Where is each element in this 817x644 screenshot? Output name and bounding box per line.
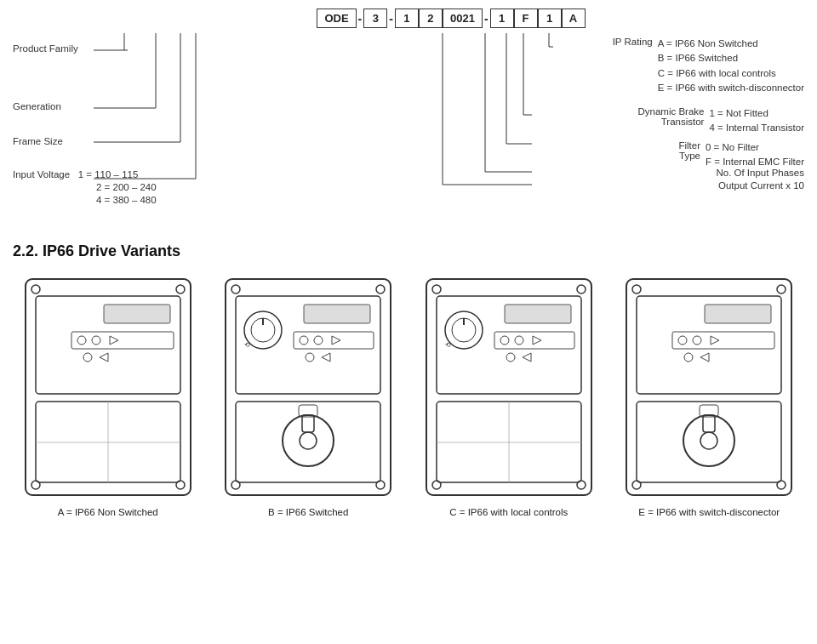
code-a: A bbox=[562, 9, 586, 28]
ip-rating-title: IP Rating bbox=[602, 37, 653, 47]
svg-point-21 bbox=[176, 285, 185, 294]
code-1: 1 bbox=[395, 9, 419, 28]
variant-e: E = IP66 with switch-disconector bbox=[614, 272, 805, 517]
input-phases-label: No. Of Input Phases bbox=[716, 168, 804, 178]
svg-point-28 bbox=[92, 336, 100, 345]
svg-point-53 bbox=[283, 415, 334, 466]
variant-e-drawing bbox=[620, 272, 798, 502]
variants-grid: A = IP66 Non Switched ⟲ bbox=[13, 272, 804, 517]
code-1b: 1 bbox=[490, 9, 514, 28]
svg-point-91 bbox=[683, 415, 734, 466]
svg-point-47 bbox=[300, 336, 308, 345]
svg-marker-89 bbox=[700, 353, 709, 362]
svg-point-58 bbox=[432, 285, 441, 294]
ip-rating-values: A = IP66 Non Switched B = IP66 Switched … bbox=[658, 37, 804, 95]
input-voltage-4-label: 4 = 380 – 480 bbox=[96, 195, 157, 205]
svg-point-59 bbox=[577, 285, 586, 294]
variant-a-label: A = IP66 Non Switched bbox=[58, 507, 158, 517]
svg-point-70 bbox=[515, 336, 523, 345]
svg-marker-51 bbox=[322, 353, 330, 362]
svg-point-27 bbox=[77, 336, 86, 345]
filter-type-title: FilterType bbox=[649, 140, 700, 161]
svg-point-48 bbox=[314, 336, 323, 345]
svg-rect-90 bbox=[637, 402, 781, 482]
variant-b-label: B = IP66 Switched bbox=[268, 507, 348, 517]
variant-e-label: E = IP66 with switch-disconector bbox=[638, 507, 780, 517]
svg-point-20 bbox=[31, 285, 40, 294]
svg-point-50 bbox=[306, 353, 314, 362]
svg-point-37 bbox=[376, 285, 385, 294]
svg-point-30 bbox=[83, 353, 92, 362]
svg-marker-87 bbox=[711, 336, 719, 345]
frame-size-label: Frame Size bbox=[13, 136, 63, 146]
code-ode: ODE bbox=[317, 9, 356, 28]
variant-b-drawing: ⟲ bbox=[219, 272, 397, 502]
variant-a-drawing bbox=[19, 272, 197, 502]
product-family-label: Product Family bbox=[13, 43, 78, 54]
filter-type-values: 0 = No Filter F = Internal EMC Filter bbox=[706, 140, 804, 170]
lines-area: Product Family Generation Frame Size Inp… bbox=[13, 31, 804, 227]
svg-point-69 bbox=[500, 336, 509, 345]
svg-marker-73 bbox=[523, 353, 531, 362]
variant-b: ⟲ B = IP66 Switched bbox=[214, 272, 404, 517]
variant-c-drawing: ⟲ bbox=[420, 272, 598, 502]
svg-point-86 bbox=[693, 336, 701, 345]
svg-marker-29 bbox=[110, 336, 118, 345]
input-voltage-2-label: 2 = 200 – 240 bbox=[96, 182, 157, 192]
sep2: - bbox=[387, 12, 395, 26]
svg-marker-49 bbox=[332, 336, 340, 345]
svg-rect-46 bbox=[294, 332, 374, 349]
svg-rect-55 bbox=[302, 415, 314, 432]
sep1: - bbox=[357, 12, 364, 26]
input-phases-group: No. Of Input Phases bbox=[716, 168, 804, 178]
svg-rect-83 bbox=[705, 305, 771, 323]
variant-c: ⟲ C = IP66 with local controls bbox=[414, 272, 604, 517]
sep3: - bbox=[483, 12, 490, 26]
section-heading: 2.2. IP66 Drive Variants bbox=[13, 242, 804, 260]
svg-point-78 bbox=[632, 285, 641, 294]
svg-point-79 bbox=[777, 285, 786, 294]
svg-marker-31 bbox=[100, 353, 108, 362]
code-2: 2 bbox=[419, 9, 443, 28]
svg-marker-71 bbox=[533, 336, 541, 345]
svg-rect-26 bbox=[71, 332, 174, 349]
svg-text:⟲: ⟲ bbox=[445, 341, 451, 349]
variant-c-label: C = IP66 with local controls bbox=[449, 507, 568, 517]
dynamic-brake-title: Dynamic BrakeTransistor bbox=[627, 106, 704, 127]
svg-point-92 bbox=[700, 432, 717, 449]
code-f: F bbox=[514, 9, 538, 28]
svg-rect-25 bbox=[104, 305, 170, 323]
input-voltage-label: Input Voltage 1 = 110 – 115 bbox=[13, 169, 138, 180]
svg-rect-93 bbox=[703, 415, 715, 432]
svg-rect-67 bbox=[505, 305, 571, 323]
code-row: ODE - 3 - 1 2 0021 - 1 F 1 A bbox=[13, 9, 804, 28]
svg-point-72 bbox=[506, 353, 515, 362]
code-3: 3 bbox=[363, 9, 387, 28]
code-0021: 0021 bbox=[443, 9, 483, 28]
svg-point-88 bbox=[684, 353, 693, 362]
svg-point-54 bbox=[300, 432, 317, 449]
svg-rect-84 bbox=[672, 332, 774, 349]
code-1c: 1 bbox=[538, 9, 562, 28]
svg-text:⟲: ⟲ bbox=[244, 341, 250, 349]
svg-rect-68 bbox=[494, 332, 574, 349]
svg-rect-45 bbox=[304, 305, 370, 323]
output-current-group: Output Current x 10 bbox=[718, 180, 804, 191]
part-number-diagram: ODE - 3 - 1 2 0021 - 1 F 1 A bbox=[13, 9, 804, 227]
dynamic-brake-values: 1 = Not Fitted 4 = Internal Transistor bbox=[709, 106, 804, 136]
svg-point-85 bbox=[678, 336, 687, 345]
variant-a: A = IP66 Non Switched bbox=[13, 272, 203, 517]
output-current-label: Output Current x 10 bbox=[718, 180, 804, 191]
svg-rect-52 bbox=[236, 402, 380, 482]
generation-label: Generation bbox=[13, 101, 61, 111]
svg-point-36 bbox=[231, 285, 240, 294]
